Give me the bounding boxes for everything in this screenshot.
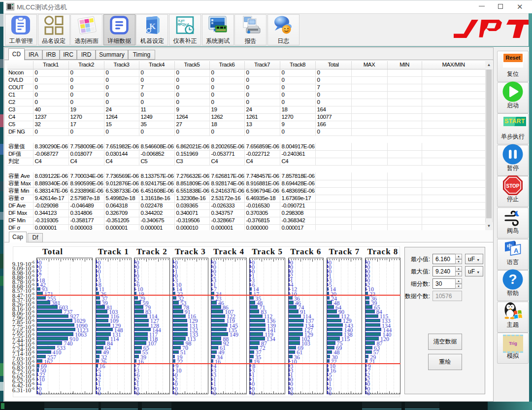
svg-text:STOP: STOP [506, 183, 519, 189]
svg-text:A: A [514, 247, 519, 254]
svg-text:?: ? [508, 272, 517, 287]
